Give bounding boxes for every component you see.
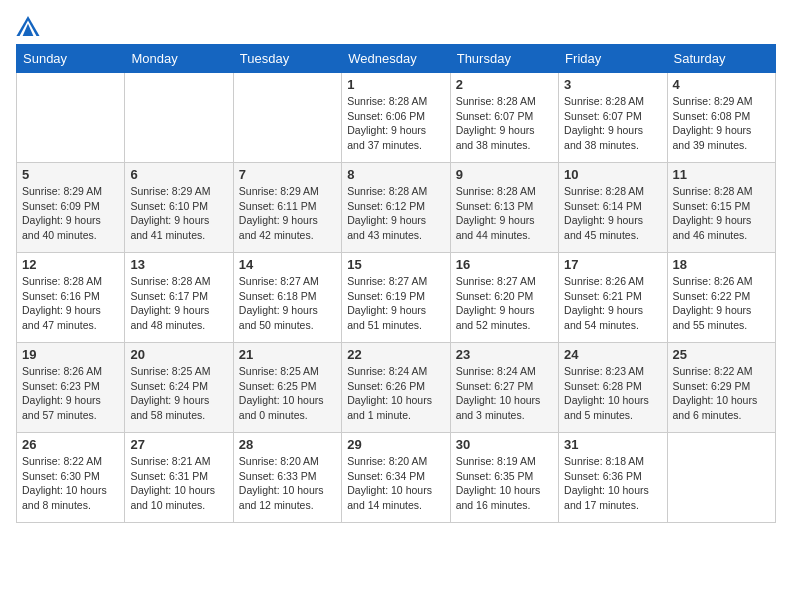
calendar-cell: 20Sunrise: 8:25 AM Sunset: 6:24 PM Dayli… <box>125 343 233 433</box>
logo-icon <box>16 16 40 36</box>
day-number: 14 <box>239 257 336 272</box>
day-info: Sunrise: 8:29 AM Sunset: 6:09 PM Dayligh… <box>22 184 119 243</box>
day-number: 27 <box>130 437 227 452</box>
day-number: 3 <box>564 77 661 92</box>
day-info: Sunrise: 8:26 AM Sunset: 6:23 PM Dayligh… <box>22 364 119 423</box>
day-info: Sunrise: 8:25 AM Sunset: 6:24 PM Dayligh… <box>130 364 227 423</box>
day-number: 23 <box>456 347 553 362</box>
calendar-cell <box>667 433 775 523</box>
calendar-cell: 5Sunrise: 8:29 AM Sunset: 6:09 PM Daylig… <box>17 163 125 253</box>
day-info: Sunrise: 8:28 AM Sunset: 6:15 PM Dayligh… <box>673 184 770 243</box>
day-number: 21 <box>239 347 336 362</box>
day-number: 28 <box>239 437 336 452</box>
day-header-sunday: Sunday <box>17 45 125 73</box>
day-header-wednesday: Wednesday <box>342 45 450 73</box>
day-info: Sunrise: 8:28 AM Sunset: 6:13 PM Dayligh… <box>456 184 553 243</box>
calendar-cell: 10Sunrise: 8:28 AM Sunset: 6:14 PM Dayli… <box>559 163 667 253</box>
day-number: 30 <box>456 437 553 452</box>
calendar-cell: 18Sunrise: 8:26 AM Sunset: 6:22 PM Dayli… <box>667 253 775 343</box>
calendar-cell: 7Sunrise: 8:29 AM Sunset: 6:11 PM Daylig… <box>233 163 341 253</box>
day-info: Sunrise: 8:19 AM Sunset: 6:35 PM Dayligh… <box>456 454 553 513</box>
calendar-header-row: SundayMondayTuesdayWednesdayThursdayFrid… <box>17 45 776 73</box>
calendar-cell: 26Sunrise: 8:22 AM Sunset: 6:30 PM Dayli… <box>17 433 125 523</box>
calendar-cell: 8Sunrise: 8:28 AM Sunset: 6:12 PM Daylig… <box>342 163 450 253</box>
day-number: 17 <box>564 257 661 272</box>
calendar-cell: 29Sunrise: 8:20 AM Sunset: 6:34 PM Dayli… <box>342 433 450 523</box>
day-info: Sunrise: 8:18 AM Sunset: 6:36 PM Dayligh… <box>564 454 661 513</box>
day-info: Sunrise: 8:28 AM Sunset: 6:07 PM Dayligh… <box>564 94 661 153</box>
day-number: 18 <box>673 257 770 272</box>
calendar-cell: 23Sunrise: 8:24 AM Sunset: 6:27 PM Dayli… <box>450 343 558 433</box>
calendar-cell <box>125 73 233 163</box>
day-info: Sunrise: 8:29 AM Sunset: 6:08 PM Dayligh… <box>673 94 770 153</box>
day-number: 25 <box>673 347 770 362</box>
calendar-cell: 21Sunrise: 8:25 AM Sunset: 6:25 PM Dayli… <box>233 343 341 433</box>
day-number: 13 <box>130 257 227 272</box>
day-info: Sunrise: 8:21 AM Sunset: 6:31 PM Dayligh… <box>130 454 227 513</box>
calendar-cell <box>233 73 341 163</box>
calendar-week-row: 19Sunrise: 8:26 AM Sunset: 6:23 PM Dayli… <box>17 343 776 433</box>
day-number: 16 <box>456 257 553 272</box>
day-info: Sunrise: 8:28 AM Sunset: 6:17 PM Dayligh… <box>130 274 227 333</box>
calendar-cell: 2Sunrise: 8:28 AM Sunset: 6:07 PM Daylig… <box>450 73 558 163</box>
calendar-cell: 31Sunrise: 8:18 AM Sunset: 6:36 PM Dayli… <box>559 433 667 523</box>
calendar-cell: 9Sunrise: 8:28 AM Sunset: 6:13 PM Daylig… <box>450 163 558 253</box>
day-header-saturday: Saturday <box>667 45 775 73</box>
calendar-cell: 27Sunrise: 8:21 AM Sunset: 6:31 PM Dayli… <box>125 433 233 523</box>
calendar-cell: 15Sunrise: 8:27 AM Sunset: 6:19 PM Dayli… <box>342 253 450 343</box>
calendar-week-row: 1Sunrise: 8:28 AM Sunset: 6:06 PM Daylig… <box>17 73 776 163</box>
calendar-cell: 14Sunrise: 8:27 AM Sunset: 6:18 PM Dayli… <box>233 253 341 343</box>
calendar-cell: 30Sunrise: 8:19 AM Sunset: 6:35 PM Dayli… <box>450 433 558 523</box>
day-info: Sunrise: 8:20 AM Sunset: 6:33 PM Dayligh… <box>239 454 336 513</box>
calendar-cell: 28Sunrise: 8:20 AM Sunset: 6:33 PM Dayli… <box>233 433 341 523</box>
day-info: Sunrise: 8:27 AM Sunset: 6:20 PM Dayligh… <box>456 274 553 333</box>
calendar-cell: 19Sunrise: 8:26 AM Sunset: 6:23 PM Dayli… <box>17 343 125 433</box>
day-number: 26 <box>22 437 119 452</box>
day-number: 7 <box>239 167 336 182</box>
calendar-cell: 6Sunrise: 8:29 AM Sunset: 6:10 PM Daylig… <box>125 163 233 253</box>
day-header-tuesday: Tuesday <box>233 45 341 73</box>
calendar-cell: 25Sunrise: 8:22 AM Sunset: 6:29 PM Dayli… <box>667 343 775 433</box>
calendar-cell: 16Sunrise: 8:27 AM Sunset: 6:20 PM Dayli… <box>450 253 558 343</box>
day-info: Sunrise: 8:27 AM Sunset: 6:18 PM Dayligh… <box>239 274 336 333</box>
day-header-thursday: Thursday <box>450 45 558 73</box>
day-info: Sunrise: 8:29 AM Sunset: 6:10 PM Dayligh… <box>130 184 227 243</box>
day-info: Sunrise: 8:27 AM Sunset: 6:19 PM Dayligh… <box>347 274 444 333</box>
calendar-cell: 1Sunrise: 8:28 AM Sunset: 6:06 PM Daylig… <box>342 73 450 163</box>
calendar-cell: 4Sunrise: 8:29 AM Sunset: 6:08 PM Daylig… <box>667 73 775 163</box>
calendar-cell: 12Sunrise: 8:28 AM Sunset: 6:16 PM Dayli… <box>17 253 125 343</box>
day-info: Sunrise: 8:28 AM Sunset: 6:14 PM Dayligh… <box>564 184 661 243</box>
day-number: 15 <box>347 257 444 272</box>
day-number: 19 <box>22 347 119 362</box>
day-number: 4 <box>673 77 770 92</box>
calendar-table: SundayMondayTuesdayWednesdayThursdayFrid… <box>16 44 776 523</box>
day-number: 11 <box>673 167 770 182</box>
day-header-friday: Friday <box>559 45 667 73</box>
day-number: 10 <box>564 167 661 182</box>
day-number: 5 <box>22 167 119 182</box>
day-number: 8 <box>347 167 444 182</box>
day-info: Sunrise: 8:23 AM Sunset: 6:28 PM Dayligh… <box>564 364 661 423</box>
calendar-cell: 22Sunrise: 8:24 AM Sunset: 6:26 PM Dayli… <box>342 343 450 433</box>
calendar-week-row: 5Sunrise: 8:29 AM Sunset: 6:09 PM Daylig… <box>17 163 776 253</box>
day-info: Sunrise: 8:28 AM Sunset: 6:16 PM Dayligh… <box>22 274 119 333</box>
day-info: Sunrise: 8:25 AM Sunset: 6:25 PM Dayligh… <box>239 364 336 423</box>
calendar-cell: 3Sunrise: 8:28 AM Sunset: 6:07 PM Daylig… <box>559 73 667 163</box>
day-number: 2 <box>456 77 553 92</box>
calendar-cell: 13Sunrise: 8:28 AM Sunset: 6:17 PM Dayli… <box>125 253 233 343</box>
calendar-cell: 11Sunrise: 8:28 AM Sunset: 6:15 PM Dayli… <box>667 163 775 253</box>
day-info: Sunrise: 8:22 AM Sunset: 6:29 PM Dayligh… <box>673 364 770 423</box>
day-number: 6 <box>130 167 227 182</box>
calendar-cell <box>17 73 125 163</box>
day-number: 29 <box>347 437 444 452</box>
day-number: 22 <box>347 347 444 362</box>
day-info: Sunrise: 8:26 AM Sunset: 6:21 PM Dayligh… <box>564 274 661 333</box>
day-info: Sunrise: 8:24 AM Sunset: 6:26 PM Dayligh… <box>347 364 444 423</box>
page-header <box>16 16 776 36</box>
calendar-cell: 17Sunrise: 8:26 AM Sunset: 6:21 PM Dayli… <box>559 253 667 343</box>
day-number: 1 <box>347 77 444 92</box>
day-info: Sunrise: 8:26 AM Sunset: 6:22 PM Dayligh… <box>673 274 770 333</box>
day-info: Sunrise: 8:28 AM Sunset: 6:12 PM Dayligh… <box>347 184 444 243</box>
day-info: Sunrise: 8:28 AM Sunset: 6:07 PM Dayligh… <box>456 94 553 153</box>
day-info: Sunrise: 8:20 AM Sunset: 6:34 PM Dayligh… <box>347 454 444 513</box>
